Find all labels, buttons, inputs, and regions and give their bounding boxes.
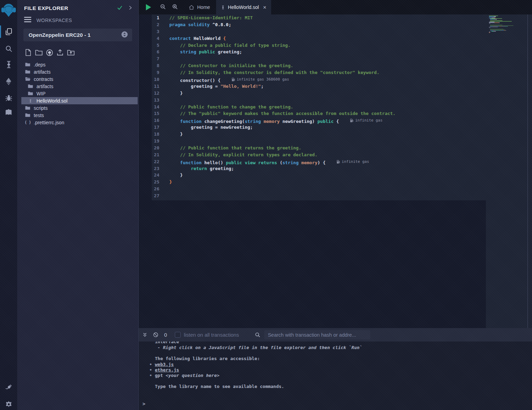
terminal-line: interface [155,341,532,345]
tree-item-artifacts[interactable]: artifacts [21,83,138,90]
sol-icon [28,98,33,103]
terminal-line: - Right click on a JavaScript file in th… [155,345,532,350]
terminal-line: •web3.js [155,362,532,367]
tree-item-scripts[interactable]: scripts [21,104,138,112]
code-line: function changeGreeting(string memory ne… [169,117,395,124]
remix-logo-icon[interactable] [1,1,17,19]
tree-item-label: .deps [34,62,45,67]
tree-item-tests[interactable]: tests [21,112,138,119]
code-line: string public greeting; [169,49,395,55]
tab-label: Home [197,4,210,10]
activity-bar [0,0,17,410]
editor-area: Home HelloWorld.sol × 123456789101112131… [139,0,532,328]
chevron-right-icon[interactable] [128,5,133,12]
tree-item-label: tests [34,113,44,118]
code-line: } [169,131,395,138]
tab-helloworld-sol[interactable]: HelloWorld.sol × [216,0,271,14]
code-line [169,192,395,199]
code-line: greeting = newGreeting; [169,124,395,131]
zoom-in-icon[interactable] [172,3,178,11]
line-numbers: 1234567891011121314151617181920212223242… [139,14,159,199]
new-folder-icon[interactable] [35,49,43,56]
minimap-divider [528,14,528,328]
tab-label: HelloWorld.sol [228,4,259,10]
terminal-prompt[interactable]: > [142,401,145,407]
upload-file-icon[interactable] [56,49,64,56]
folder-open-icon [25,77,31,81]
panel-title: FILE EXPLORER [24,5,117,11]
file-tree: .depsartifactscontractsartifactsWIPHello… [17,61,138,126]
tree-item-contracts[interactable]: contracts [21,75,138,83]
clear-console-icon[interactable] [153,332,159,338]
folder-icon [25,70,31,74]
gas-estimate-badge: infinite gas [337,158,369,165]
code-line [169,186,395,192]
json-icon: ( ) [25,120,31,125]
sidebar-item-settings[interactable] [0,397,17,410]
tree-item--prettierrc-json[interactable]: ( ).prettierrc.json [21,119,138,126]
check-icon [117,4,123,12]
tree-item-wip[interactable]: WIP [21,90,138,97]
editor-tabbar: Home HelloWorld.sol × [139,0,532,14]
sidebar-item-file-explorer[interactable] [0,25,17,39]
code-line: // Declare a public field of type string… [169,42,395,49]
workspaces-label: WORKSPACES [36,18,72,23]
tree-item-helloworld-sol[interactable]: HelloWorld.sol [21,97,138,104]
sidebar-item-learneth[interactable] [0,105,17,119]
solidity-icon [221,5,225,10]
zoom-out-icon[interactable] [160,3,166,11]
gear-icon [5,400,13,408]
terminal-search-icon [255,332,260,338]
sidebar-item-deploy-and-run[interactable] [0,74,17,88]
folder-icon [25,106,31,110]
folder-icon [25,113,31,117]
workspace-select[interactable]: OpenZeppelin ERC20 - 1 [23,29,132,41]
minimap[interactable] [486,14,532,328]
folder-icon [28,91,33,96]
code-editor[interactable]: 1234567891011121314151617181920212223242… [139,14,532,328]
code-line: // Constructor to initialize the greetin… [169,62,395,69]
code-line: } [169,90,395,97]
minimap-content [489,15,513,34]
gas-estimate-badge: infinite gas [350,117,382,124]
code-line: constructor() {infinite gas 368600 gas [169,76,395,83]
code-line: function hello() public view returns (st… [169,158,395,165]
code-line [169,138,395,145]
terminal-link[interactable]: web3.js [155,362,174,367]
folder-icon [28,84,33,88]
terminal-search-input[interactable] [264,330,370,339]
gas-estimate-badge: infinite gas 368600 gas [232,76,289,83]
sidebar-item-plugin-manager[interactable] [0,381,17,395]
ethereum-icon [4,77,13,86]
book-icon [4,108,13,116]
file-explorer-panel: FILE EXPLORER WORKSPACES OpenZeppelin ER… [17,0,139,410]
run-script-button[interactable] [146,4,151,10]
code-line [169,28,395,35]
transaction-count-badge: 0 [164,332,167,338]
close-icon[interactable]: × [263,4,266,10]
code-line [169,55,395,62]
tree-item-label: .prettierrc.json [34,120,64,125]
folder-icon [25,62,31,67]
sidebar-item-debugger[interactable] [0,91,17,105]
listen-transactions-label: listen on all transactions [184,332,239,338]
listen-transactions-checkbox[interactable] [175,332,181,338]
code-line [169,97,395,104]
tab-home[interactable]: Home [182,0,216,14]
upload-folder-icon[interactable] [67,49,75,56]
sidebar-item-solidity-compiler[interactable] [0,57,17,71]
clone-github-icon[interactable] [45,49,53,56]
code-line: return greeting; [169,165,395,172]
tree-item--deps[interactable]: .deps [21,61,138,68]
updown-circle-icon [121,31,128,39]
code-line: // SPDX-License-Identifier: MIT [169,14,395,21]
terminal-header: 0 listen on all transactions [139,328,532,341]
terminal-link[interactable]: ethers.js [155,367,179,372]
code-lines: // SPDX-License-Identifier: MITpragma so… [169,14,395,199]
sidebar-item-search[interactable] [0,42,17,55]
tree-item-artifacts[interactable]: artifacts [21,68,138,75]
workspaces-menu-icon[interactable] [24,17,31,24]
collapse-terminal-icon[interactable] [142,332,148,338]
new-file-icon[interactable] [24,49,32,56]
plug-icon [4,383,13,392]
